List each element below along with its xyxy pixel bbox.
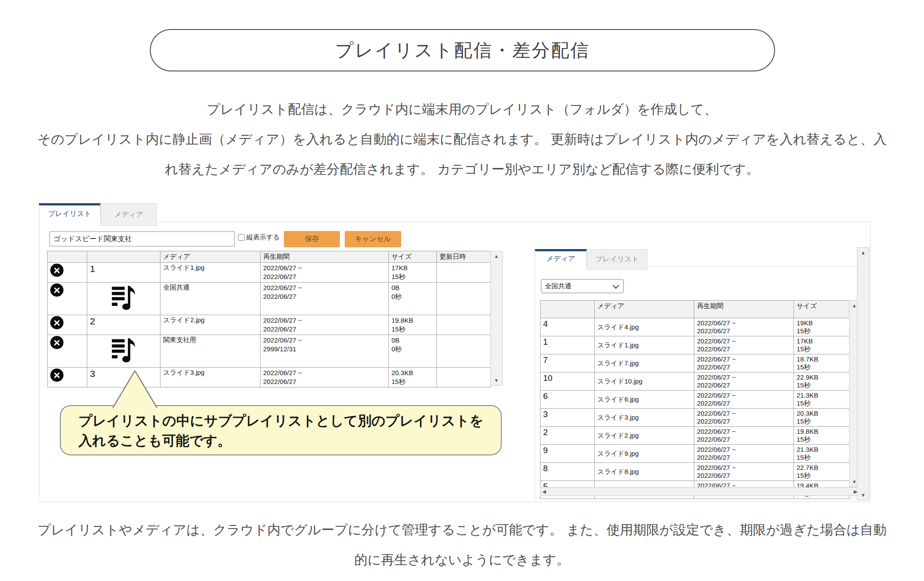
cell-size: 21.3KB15秒 [794,391,849,409]
intro-paragraph: プレイリスト配信は、クラウド内に端末用のプレイリスト（フォルダ）を作成して、 そ… [0,94,924,184]
outro-paragraph: プレイリストやメディアは、クラウド内でグループに分けて管理することが可能です。 … [0,515,924,575]
cell-period: 2022/06/27 ~2022/06/27 [694,372,794,391]
playlist-name-input[interactable] [49,231,235,246]
scroll-down-icon[interactable]: ▼ [857,491,869,499]
delete-icon[interactable] [50,283,63,297]
cell-updated [437,368,491,387]
delete-icon[interactable] [50,336,63,349]
col-size: サイズ [794,301,849,318]
order-number: 3 [90,369,95,379]
table-row[interactable]: 関東支社用 2022/06/27 ~2999/12/31 0B0秒 [48,335,491,368]
outro-line-1: プレイリストやメディアは、クラウド内でグループに分けて管理することが可能です。 … [0,515,924,545]
delete-icon[interactable] [50,369,63,382]
order-number: 2 [90,316,95,326]
cell-media: スライド2.jpg [595,427,694,445]
delete-icon[interactable] [50,264,63,277]
tab-media-label: メディア [114,210,143,220]
table-row[interactable]: 1 スライド1.jpg 2022/06/27 ~2022/06/27 17KB1… [540,336,849,354]
order-number: 6 [543,391,548,401]
cell-period: 2022/06/27 ~2022/06/27 [261,368,389,387]
tab-media-right-label: メディア [546,254,575,264]
group-select[interactable]: 全国共通 [541,279,624,293]
cell-size: 0B0秒 [389,335,437,368]
scroll-left-icon[interactable]: ◀ [542,488,546,495]
save-button[interactable]: 保存 [284,231,340,247]
media-table-hscrollbar[interactable]: ◀ ▶ [540,487,860,496]
cell-updated [437,263,491,283]
order-number: 1 [90,264,95,274]
media-table-header: メディア 再生期間 サイズ [540,301,849,318]
scroll-up-icon[interactable]: ▲ [491,252,502,260]
cell-updated [437,335,491,368]
table-row[interactable]: 7 スライド7.jpg 2022/06/27 ~2022/06/27 18.7K… [540,354,849,372]
cell-updated [437,283,491,315]
cancel-button[interactable]: キャンセル [345,231,401,247]
playlist-table-scrollbar[interactable]: ▲ ▼ [490,251,503,386]
cell-period: 2022/06/27 ~2022/06/27 [694,409,794,427]
order-number: 7 [543,355,548,365]
table-row[interactable]: 2 スライド2.jpg 2022/06/27 ~2022/06/27 19.8K… [48,315,491,335]
scroll-up-icon[interactable]: ▲ [857,249,869,257]
table-row[interactable]: 1 スライド1.jpg 2022/06/27 ~2022/06/27 17KB1… [48,263,491,283]
cell-size: 21.3KB15秒 [794,445,849,463]
cell-media: スライド10.jpg [595,372,694,391]
col-delete [48,251,87,263]
table-row[interactable]: 6 スライド6.jpg 2022/06/27 ~2022/06/27 21.3K… [540,391,849,409]
col-order [540,301,595,318]
cell-size: 19KB15秒 [794,318,849,336]
intro-line-2: そのプレイリスト内に静止画（メディア）を入れると自動的に端末に配信されます。 更… [0,124,924,154]
delete-icon[interactable] [50,316,63,329]
col-media: メディア [160,251,261,263]
table-row[interactable]: 8 スライド8.jpg 2022/06/27 ~2022/06/27 22.7K… [540,463,849,481]
cell-size: 22.7KB15秒 [794,463,849,481]
cell-media: スライド1.jpg [160,263,261,283]
cell-size: 17KB15秒 [389,263,437,283]
cell-size: 19.8KB15秒 [389,315,437,335]
app-screenshot: プレイリスト メディア 縦表示する 保存 キャンセル メディア 再生期間 サイズ… [39,203,871,502]
table-row[interactable]: 10 スライド10.jpg 2022/06/27 ~2022/06/27 22.… [540,372,849,391]
cell-size: 20.3KB15秒 [794,409,849,427]
cell-period: 2022/06/27 ~2022/06/27 [694,354,794,372]
cell-updated [437,315,491,335]
cell-media: スライド6.jpg [595,391,694,409]
cell-size: 22.9KB15秒 [794,372,849,391]
table-row[interactable]: 3 スライド3.jpg 2022/06/27 ~2022/06/27 20.3K… [540,409,849,427]
order-number: 4 [543,319,548,328]
tab-playlist[interactable]: プレイリスト [39,203,101,222]
scroll-down-icon[interactable]: ▼ [491,376,502,384]
cell-size: 18.7KB15秒 [794,354,849,372]
vertical-display-label: 縦表示する [246,233,280,242]
tab-media-right[interactable]: メディア [535,249,587,267]
tab-playlist-right-label: プレイリスト [596,255,639,264]
cell-media: 全国共通 [160,283,261,315]
playlist-table-header: メディア 再生期間 サイズ 更新日時 [48,251,491,263]
tab-media[interactable]: メディア [101,203,157,226]
table-row[interactable]: 全国共通 2022/06/27 ~2022/06/27 0B0秒 [48,283,491,315]
cell-media: スライド3.jpg [595,409,694,427]
playlist-table: メディア 再生期間 サイズ 更新日時 1 スライド1.jpg 2022/06/2… [47,251,491,387]
group-select-value: 全国共通 [545,282,571,290]
table-row[interactable]: 4 スライド4.jpg 2022/06/27 ~2022/06/27 19KB1… [540,318,849,336]
page-scrollbar[interactable]: ▲ ▼ [857,247,869,500]
cell-period: 2022/06/27 ~2022/06/27 [261,315,389,335]
col-updated: 更新日時 [437,251,491,263]
media-table: メディア 再生期間 サイズ 4 スライド4.jpg 2022/06/27 ~20… [540,300,849,499]
vertical-display-checkbox[interactable] [238,234,245,241]
order-number: 8 [543,464,548,473]
col-media: メディア [595,301,694,318]
cell-size: 19.8KB15秒 [794,427,849,445]
table-row[interactable]: 9 スライド9.jpg 2022/06/27 ~2022/06/27 21.3K… [540,445,849,463]
chevron-down-icon [613,283,619,289]
callout-bubble: プレイリストの中にサブプレイリストとして別のプレイリストを 入れることも可能です… [60,405,502,455]
cell-period: 2022/06/27 ~2022/06/27 [694,427,794,445]
cell-period: 2022/06/27 ~2022/06/27 [694,391,794,409]
cell-period: 2022/06/27 ~2022/06/27 [694,463,794,481]
cell-media: スライド9.jpg [595,445,694,463]
cell-period: 2022/06/27 ~2022/06/27 [261,263,389,283]
tab-playlist-right[interactable]: プレイリスト [587,249,648,270]
outro-line-2: 的に再生されないようにできます。 [0,545,924,575]
callout-line-1: プレイリストの中にサブプレイリストとして別のプレイリストを [78,411,501,431]
order-number: 2 [543,428,548,437]
cell-period: 2022/06/27 ~2022/06/27 [694,445,794,463]
table-row[interactable]: 2 スライド2.jpg 2022/06/27 ~2022/06/27 19.8K… [540,427,849,445]
